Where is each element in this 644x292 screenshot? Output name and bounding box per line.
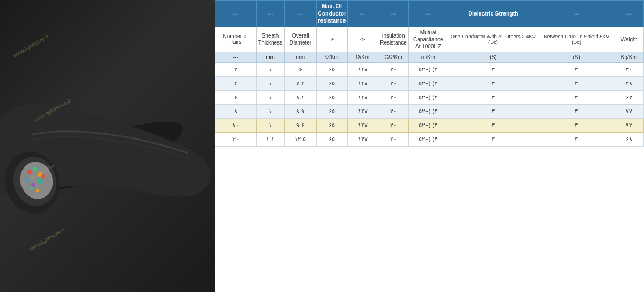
cell-mutual: ۵۲+(-)۴ [409,90,448,104]
cell-insul: ۲۰ [378,118,408,132]
cell-pairs: ۱۰ [215,118,257,132]
header-row-1: --- --- --- Max. Of Conductor resistance… [215,1,644,27]
h2-col1: Number of Pairs [215,27,257,52]
cell-sheath: ۱ [256,90,284,104]
table-row: ۲۰۱.۱۱۲.۵۶۵۱۴۷۲۰۵۲+(-)۴۳۳۶۸ [215,132,644,146]
cell-pairs: ۲۰ [215,132,257,146]
cell-insul: ۲۰ [378,90,408,104]
cell-pairs: ۶ [215,90,257,104]
h2-col9: Between Core To Shield 5KV (Dc) [539,27,614,52]
cell-overall: ۱۲.۵ [284,132,317,146]
cell-dielec: ۳ [448,90,539,104]
cell-pairs: ۲ [215,62,257,76]
cell-insul: ۲۰ [378,132,408,146]
cell-insul: ۲۰ [378,104,408,118]
cell-btw: ۳ [539,104,614,118]
cell-sheath: ۱ [256,62,284,76]
cell-sheath: ۱ [256,76,284,90]
cell-weight: ۶۸ [614,132,643,146]
h1-col2: --- [256,1,284,27]
cell-c1: ۶۵ [317,62,347,76]
cell-sheath: ۱ [256,118,284,132]
h1-col3: --- [284,1,317,27]
h1-col5: --- [347,1,378,27]
u-col2: mm [256,52,284,62]
h2-col10: Weight [614,27,643,52]
cell-sheath: ۱ [256,104,284,118]
h1-col10: --- [614,1,643,27]
u-col10: Kg/Km [614,52,643,62]
svg-point-11 [30,186,33,189]
cell-overall: ۸.۹ [284,104,317,118]
u-col4: Ω/Km [317,52,347,62]
u-col7: nf/Km [409,52,448,62]
cell-c2: ۱۴۷ [347,132,378,146]
specifications-table-panel: --- --- --- Max. Of Conductor resistance… [215,0,644,292]
h2-col2: Sheath Thickness [256,27,284,52]
h2-col8: One Conductor With All Others 2.4KV (Dc) [448,27,539,52]
cell-sheath: ۱.۱ [256,132,284,146]
cell-c2: ۱۴۷ [347,62,378,76]
cell-dielec: ۳ [448,76,539,90]
h1-col9: --- [539,1,614,27]
u-col9: (S) [539,52,614,62]
table-row: ۱۰۱۹.۶۶۵۱۴۷۲۰۵۲+(-)۴۳۳۹۳ [215,118,644,132]
table-row: ۴۱۷.۴۶۵۱۴۷۲۰۵۲+(-)۴۳۳۴۸ [215,76,644,90]
cell-c1: ۶۵ [317,76,347,90]
h2-col3: Overall Diameter [284,27,317,52]
cell-c1: ۶۵ [317,132,347,146]
cell-weight: ۶۲ [614,90,643,104]
h1-col4: Max. Of Conductor resistance [317,1,347,27]
cell-c1: ۶۵ [317,104,347,118]
cell-weight: ۴۸ [614,76,643,90]
u-col5: Ω/Km [347,52,378,62]
h2-col5: ·۴· [347,27,378,52]
cell-insul: ۲۰ [378,62,408,76]
cell-overall: ۸.۱ [284,90,317,104]
cell-pairs: ۴ [215,76,257,90]
h2-col4: ·۶· [317,27,347,52]
u-col1: --- [215,52,257,62]
cell-btw: ۳ [539,76,614,90]
svg-point-12 [36,189,39,192]
cell-btw: ۳ [539,90,614,104]
cell-mutual: ۵۲+(-)۴ [409,132,448,146]
specifications-table: --- --- --- Max. Of Conductor resistance… [215,0,644,147]
svg-point-4 [27,170,32,174]
h2-col7: Mutual Capacitance At 1000HZ [409,27,448,52]
cell-mutual: ۵۲+(-)۴ [409,104,448,118]
header-row-2: Number of Pairs Sheath Thickness Overall… [215,27,644,52]
cell-c2: ۱۴۷ [347,90,378,104]
cell-pairs: ۸ [215,104,257,118]
cell-dielec: ۳ [448,132,539,146]
h2-col6: Insulation Resistance [378,27,408,52]
cell-mutual: ۵۲+(-)۴ [409,76,448,90]
cell-weight: ۹۳ [614,118,643,132]
units-row: --- mm mm Ω/Km Ω/Km GΩ/Km nf/Km (S) (S) … [215,52,644,62]
cell-c1: ۶۵ [317,118,347,132]
cell-mutual: ۵۲+(-)۴ [409,62,448,76]
cell-dielec: ۳ [448,118,539,132]
cell-weight: ۷۷ [614,104,643,118]
h1-col6: --- [378,1,408,27]
cell-overall: ۹.۶ [284,118,317,132]
cell-btw: ۳ [539,62,614,76]
table-row: ۸۱۸.۹۶۵۱۴۷۲۰۵۲+(-)۴۳۳۷۷ [215,104,644,118]
cell-weight: ۳۰ [614,62,643,76]
table-row: ۲۱۶۶۵۱۴۷۲۰۵۲+(-)۴۳۳۳۰ [215,62,644,76]
cell-c2: ۱۴۷ [347,104,378,118]
cable-image-panel: www.lighthome.ir www.lighthome.ir www.li… [0,0,215,292]
cell-c2: ۱۴۷ [347,118,378,132]
table-row: ۶۱۸.۱۶۵۱۴۷۲۰۵۲+(-)۴۳۳۶۲ [215,90,644,104]
cell-mutual: ۵۲+(-)۴ [409,118,448,132]
svg-point-9 [38,179,42,184]
cell-c1: ۶۵ [317,90,347,104]
cell-c2: ۱۴۷ [347,76,378,90]
u-col8: (S) [448,52,539,62]
table-body: ۲۱۶۶۵۱۴۷۲۰۵۲+(-)۴۳۳۳۰۴۱۷.۴۶۵۱۴۷۲۰۵۲+(-)۴… [215,62,644,146]
h1-col8: Dielectric Strength [448,1,539,27]
u-col6: GΩ/Km [378,52,408,62]
h1-col1: --- [215,1,257,27]
cell-dielec: ۳ [448,62,539,76]
cell-btw: ۳ [539,118,614,132]
